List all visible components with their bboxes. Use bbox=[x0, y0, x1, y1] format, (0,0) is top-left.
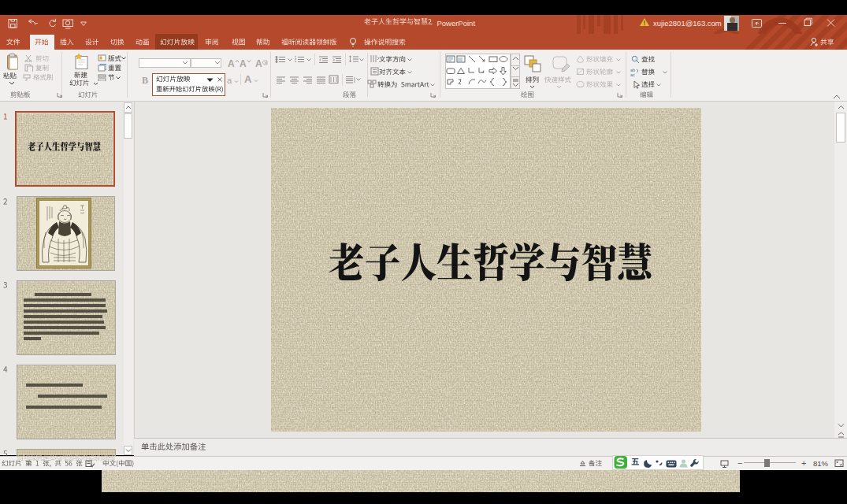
svg-text:ac: ac bbox=[630, 72, 635, 76]
